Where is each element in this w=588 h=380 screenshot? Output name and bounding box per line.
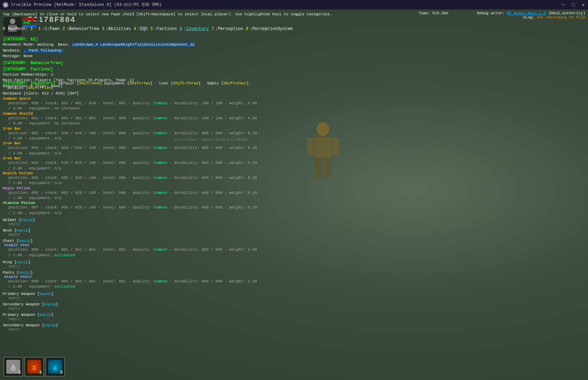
- movement-mode: Walking: [37, 43, 53, 47]
- nav-data: , Path following:: [23, 48, 64, 53]
- category-factions-label: [CATEGORY: Factions]: [3, 67, 241, 72]
- inv-tab-empty-key: Shift+Four: [224, 81, 247, 85]
- minimize-button[interactable]: ─: [559, 0, 568, 10]
- ring-slot-empty: empty: [3, 264, 259, 268]
- item-name-0: Common Sword: [3, 97, 259, 101]
- restore-button[interactable]: □: [568, 0, 578, 10]
- debug-actor-name[interactable]: BP_Human_Male_C_0: [507, 11, 546, 15]
- inv-tab-loot-key: Shift+Three: [173, 81, 198, 85]
- backpack-item-7: Stamina Potion position: 007 - stack: 00…: [3, 201, 259, 216]
- item-detail-4: position: 004 - stack: 010 / 020 / 100 -…: [3, 160, 259, 171]
- window-controls[interactable]: ─ □ ✕: [559, 0, 588, 10]
- item-detail-5: position: 005 - stack: 005 / 020 / 100 -…: [3, 175, 259, 186]
- montage-value: None: [23, 54, 32, 58]
- window-title: Crucible Preview [NetMode: Standalone 0]…: [11, 2, 162, 7]
- backpack-item-1: Common Shield position: 001 - stack: 001…: [3, 112, 259, 127]
- debug-actor-role: [ROLE_Authority]: [548, 11, 585, 15]
- chest-item-detail: position: 000 - stack: 001 / 001 / 001 -…: [3, 247, 259, 258]
- hint-line1: Tap [Backspace] to close or hold to sele…: [3, 12, 332, 16]
- secondary-weapon-1-empty: empty: [3, 306, 259, 311]
- backpack-item-3: Iron Bar position: 003 - stack: 020 / 02…: [3, 141, 259, 156]
- backpack-item-5: Health Potion position: 005 - stack: 005…: [3, 171, 259, 186]
- svg-point-10: [53, 367, 57, 370]
- debug-actor-line: Debug actor: BP_Human_Male_C_0 [ROLE_Aut…: [477, 11, 585, 15]
- item-name-3: Iron Bar: [3, 141, 259, 145]
- backpack-item-2: Iron Bar position: 002 - stack: 020 / 02…: [3, 127, 259, 142]
- backpack-title: Backpack [slots: 012 / 020] [def]: [3, 91, 259, 96]
- char-left-arm: [307, 138, 314, 155]
- pants-slot-label: Pants [equip]: [3, 271, 259, 275]
- inv-tab-details-key: Shift+Five: [28, 86, 51, 90]
- char-right-arm: [332, 138, 339, 155]
- debug-actor-label: Debug actor:: [477, 11, 505, 15]
- hotbar-slot-2[interactable]: 5: [24, 357, 44, 377]
- item-detail-2: position: 002 - stack: 020 / 020 / 100 -…: [3, 131, 259, 142]
- svg-point-5: [32, 365, 36, 367]
- character-model: [302, 119, 344, 190]
- inv-tab-details[interactable]: Details [Shift+Five]: [3, 86, 53, 90]
- movement-info: Movement Mode: Walking Base: Landscape_4…: [3, 42, 241, 48]
- primary-weapon-2-empty: empty: [3, 317, 259, 321]
- ring-slot-label: Ring [equip]: [3, 260, 259, 264]
- pants-item-name: Simple Pants: [3, 275, 259, 279]
- hotbar-slot-3-count: 5: [60, 370, 63, 375]
- svg-point-9: [53, 365, 57, 367]
- char-left-leg: [315, 158, 322, 178]
- inv-tab-empty[interactable]: Empty [Shift+Four]: [203, 81, 249, 85]
- debug-vlog-label: VLog:: [523, 15, 535, 20]
- item-detail-0: position: 000 - stack: 001 / 001 / 010 -…: [3, 101, 259, 112]
- char-body: [314, 137, 332, 158]
- debug-panel-right: Debug actor: BP_Human_Male_C_0 [ROLE_Aut…: [477, 11, 585, 20]
- svg-point-2: [12, 365, 15, 367]
- primary-weapon-1-empty: empty: [3, 296, 259, 300]
- helmet-slot-empty: empty: [3, 222, 259, 226]
- neck-slot-label: Neck [equip]: [3, 228, 259, 233]
- item-detail-3: position: 003 - stack: 020 / 020 / 100 -…: [3, 145, 259, 156]
- tab-perceptionsystem-label[interactable]: PerceptionSystem: [252, 26, 292, 31]
- backpack-item-4: Iron Bar position: 004 - stack: 010 / 02…: [3, 156, 259, 171]
- secondary-weapon-1-label: Secondary Weapon [equip]: [3, 302, 259, 306]
- inv-tab-default[interactable]: Default [Shift+One]: [58, 81, 102, 85]
- char-right-leg: [324, 158, 331, 178]
- title-bar-left: ◉ Crucible Preview [NetMode: Standalone …: [0, 2, 162, 8]
- secondary-weapon-2-label: Secondary Weapon [equip]: [3, 323, 259, 327]
- item-name-5: Health Potion: [3, 171, 259, 175]
- title-bar: ◉ Crucible Preview [NetMode: Standalone …: [0, 0, 588, 10]
- tab-8[interactable]: 8: [246, 26, 248, 31]
- inventory-header: [CATEGORY: Inventory] Default [Shift+One…: [3, 81, 259, 90]
- inventory-section: [CATEGORY: Inventory] Default [Shift+One…: [0, 80, 262, 332]
- nav-info: NavData: , Path following:: [3, 48, 241, 54]
- base-component: Landscape_4 LandscapeHeightfieldCollisio…: [72, 43, 195, 47]
- debug-vlog-status: not recording to file: [537, 15, 585, 20]
- backpack-item-6: Magic Potion position: 006 - stack: 005 …: [3, 186, 259, 201]
- inventory-category-label: [CATEGORY: Inventory]: [3, 81, 55, 86]
- faction-memberships: Faction Memberships: 1: [3, 72, 241, 78]
- timer-value: Time: 515.50s: [419, 11, 448, 15]
- item-name-2: Iron Bar: [3, 127, 259, 131]
- inv-tab-default-key: Shift+One: [79, 81, 100, 85]
- montage-info: Montage: None: [3, 53, 241, 59]
- item-name-6: Magic Potion: [3, 186, 259, 190]
- item-name-7: Stamina Potion: [3, 201, 259, 205]
- info-panel: [CATEGORY: AI] Movement Mode: Walking Ba…: [0, 20, 244, 90]
- hotbar-slot-1[interactable]: 5: [3, 357, 23, 377]
- inv-tab-equipment[interactable]: Equipment [Shift+Two]: [104, 81, 153, 85]
- inv-tab-equipment-key: Shift+Two: [129, 81, 150, 85]
- secondary-weapon-2-empty: empty: [3, 327, 259, 332]
- inv-tab-loot[interactable]: Loot [Shift+Three]: [154, 81, 201, 85]
- close-button[interactable]: ✕: [578, 0, 588, 10]
- neck-slot-empty: empty: [3, 233, 259, 237]
- hotbar-slot-2-count: 5: [39, 370, 42, 375]
- pants-item-detail: position: 000 - stack: 001 / 001 / 001 -…: [3, 279, 259, 290]
- primary-weapon-1-label: Primary Weapon [equip]: [3, 292, 259, 296]
- hotbar-slot-3[interactable]: 5: [45, 357, 65, 377]
- faction-memberships-text: Faction Memberships: 1: [3, 73, 53, 77]
- chest-slot-label: Chest [equip]: [3, 239, 259, 243]
- primary-weapon-2-label: Primary Weapon [equip]: [3, 313, 259, 317]
- item-detail-7: position: 007 - stack: 005 / 020 / 100 -…: [3, 205, 259, 216]
- category-ai-label: [CATEGORY: AI]: [3, 37, 241, 42]
- item-name-4: Iron Bar: [3, 156, 259, 160]
- item-detail-1: position: 001 - stack: 001 / 001 / 001 -…: [3, 116, 259, 127]
- debug-vlog-line: VLog: not recording to file: [477, 15, 585, 20]
- timer-display: Time: 515.50s: [419, 11, 448, 15]
